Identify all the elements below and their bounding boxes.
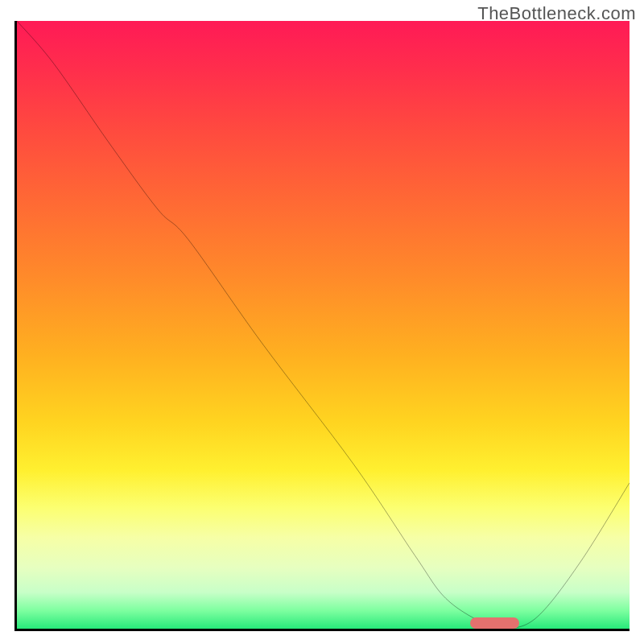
curve-svg	[17, 21, 630, 629]
bottleneck-curve	[17, 21, 630, 629]
plot-area	[14, 21, 630, 631]
optimal-range-marker	[470, 617, 519, 629]
chart-container: TheBottleneck.com	[0, 0, 644, 644]
watermark-text: TheBottleneck.com	[477, 3, 636, 24]
